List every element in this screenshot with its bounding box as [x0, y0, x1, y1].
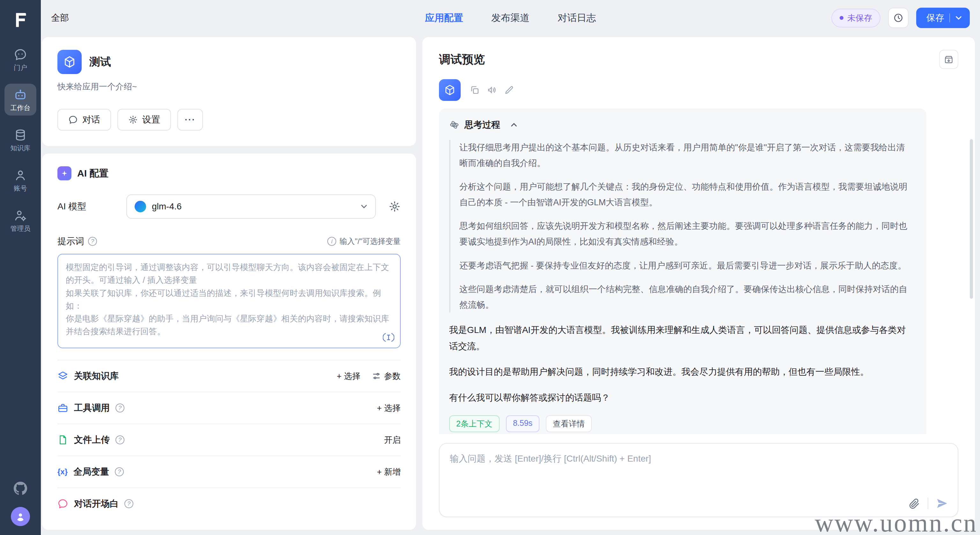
- settings-button[interactable]: 设置: [118, 109, 171, 131]
- sidebar-item-knowledge[interactable]: 知识库: [5, 124, 37, 156]
- knowledge-base-icon: [57, 371, 68, 382]
- message-badges: 2条上下文 8.59s 查看详情: [449, 415, 912, 432]
- tab-app-config[interactable]: 应用配置: [425, 11, 463, 25]
- prompt-input[interactable]: [57, 254, 401, 348]
- history-button[interactable]: [888, 8, 908, 28]
- edit-pencil-icon[interactable]: [504, 85, 514, 95]
- gear-icon: [128, 115, 138, 125]
- archive-icon: [943, 54, 954, 64]
- chevron-down-icon: [361, 203, 368, 210]
- preview-header: 调试预览: [439, 50, 958, 69]
- kb-params-button[interactable]: 参数: [372, 371, 401, 382]
- send-plane-icon: [936, 497, 948, 509]
- debug-preview-panel: 调试预览: [422, 37, 975, 530]
- thinking-paragraph: 这些问题考虑清楚后，就可以组织一个结构完整、信息准确的自我介绍了。要确保传达出核…: [460, 281, 912, 313]
- more-button[interactable]: ···: [177, 109, 203, 131]
- app-title: 测试: [89, 54, 111, 69]
- attachment-paperclip-icon[interactable]: [908, 497, 920, 509]
- ai-config-title: AI 配置: [77, 167, 108, 180]
- gear-icon: [388, 200, 401, 212]
- help-icon: ?: [124, 499, 134, 508]
- chat-input-box: [439, 443, 958, 517]
- content: 测试 快来给应用一个介绍~ 对话 设置 ···: [41, 36, 980, 535]
- section-opening-message: 对话开场白 ?: [57, 487, 401, 519]
- github-icon[interactable]: [13, 481, 27, 495]
- help-icon: ?: [116, 404, 124, 412]
- config-column: 测试 快来给应用一个介绍~ 对话 设置 ···: [42, 37, 416, 530]
- thinking-title: 思考过程: [465, 119, 500, 131]
- insert-variable-icon[interactable]: [383, 332, 394, 343]
- assistant-avatar: [439, 79, 461, 101]
- copy-icon[interactable]: [469, 85, 480, 95]
- chat-button-label: 对话: [82, 113, 100, 126]
- opening-chat-icon: [57, 498, 68, 509]
- breadcrumb-all[interactable]: 全部: [51, 12, 69, 24]
- prompt-row: 提示词 ? i 输入"/"可选择变量: [57, 235, 401, 248]
- app-head: 测试: [57, 50, 401, 74]
- portal-chat-icon: [14, 48, 27, 61]
- avatar[interactable]: [11, 507, 30, 526]
- tts-sound-icon[interactable]: [487, 85, 497, 95]
- scrollbar-thumb[interactable]: [970, 139, 973, 299]
- thinking-paragraph: 思考如何组织回答，应该先说明开发方和模型名称，然后阐述主要功能。要强调可以处理多…: [460, 218, 912, 249]
- view-details-button[interactable]: 查看详情: [546, 415, 592, 432]
- thinking-toggle[interactable]: 思考过程: [449, 119, 912, 131]
- section-tool-call: 工具调用 ? + 选择: [57, 392, 401, 423]
- robot-icon: [14, 88, 27, 102]
- sidebar-item-account[interactable]: 账号: [5, 164, 37, 196]
- info-icon: i: [327, 237, 336, 246]
- response-time-badge: 8.59s: [506, 415, 539, 432]
- app-logo[interactable]: [10, 9, 31, 30]
- clear-chat-button[interactable]: [939, 50, 958, 69]
- file-upload-toggle[interactable]: 开启: [384, 434, 401, 446]
- prompt-label-wrap: 提示词 ?: [57, 235, 97, 248]
- sidebar-item-portal[interactable]: 门户: [5, 43, 37, 75]
- chevron-down-icon: [955, 14, 962, 21]
- model-name: glm-4.6: [152, 201, 181, 212]
- variable-add-button[interactable]: + 新增: [377, 466, 401, 478]
- message-tools: [469, 85, 514, 95]
- tool-select-button[interactable]: + 选择: [377, 402, 401, 414]
- tab-chat-logs[interactable]: 对话日志: [558, 11, 596, 25]
- section-global-variables: {x} 全局变量 ? + 新增: [57, 455, 401, 487]
- status-badge: 未保存: [831, 9, 880, 27]
- app-cube-icon: [57, 50, 82, 74]
- sidebar-item-label: 账号: [14, 184, 27, 193]
- model-settings-button[interactable]: [388, 200, 401, 212]
- sidebar-item-label: 工作台: [11, 104, 30, 112]
- sidebar-bottom: [11, 481, 30, 535]
- input-divider: [928, 498, 928, 509]
- chat-button[interactable]: 对话: [57, 109, 111, 131]
- ai-config-icon: [57, 166, 72, 180]
- variable-braces-icon: {x}: [57, 467, 68, 476]
- assistant-message: 思考过程 让我仔细思考用户提出的这个基本问题。从历史对话来看，用户用简单的"你是…: [439, 79, 958, 434]
- status-dot-icon: [840, 16, 843, 20]
- section-title: 工具调用: [74, 402, 110, 414]
- section-title: 对话开场白: [74, 498, 119, 510]
- section-title: 关联知识库: [74, 370, 119, 382]
- answer-text: 我是GLM，由智谱AI开发的大语言模型。我被训练用来理解和生成人类语言，可以回答…: [449, 322, 912, 406]
- sidebar-item-workbench[interactable]: 工作台: [5, 84, 37, 115]
- model-select[interactable]: glm-4.6: [126, 195, 376, 219]
- context-count-badge[interactable]: 2条上下文: [449, 415, 500, 432]
- status-badge-label: 未保存: [847, 13, 872, 24]
- message-head: [439, 79, 958, 101]
- chat-bubble-icon: [68, 115, 78, 125]
- ai-config-card: AI 配置 AI 模型 glm-4.6: [42, 153, 416, 530]
- thinking-body: 让我仔细思考用户提出的这个基本问题。从历史对话来看，用户用简单的"你是谁"开启了…: [449, 140, 912, 313]
- section-title: 文件上传: [74, 434, 110, 446]
- send-button[interactable]: [936, 497, 948, 509]
- model-row: AI 模型 glm-4.6: [57, 195, 401, 219]
- sidebar-item-admin[interactable]: 管理员: [5, 204, 37, 236]
- kb-select-button[interactable]: + 选择: [337, 371, 361, 382]
- main-area: 全部 应用配置 发布渠道 对话日志 未保存 保存: [41, 0, 980, 535]
- tab-publish-channel[interactable]: 发布渠道: [491, 11, 530, 25]
- save-button-label: 保存: [926, 12, 944, 24]
- toolbox-icon: [57, 402, 68, 414]
- section-title: 全局变量: [73, 466, 109, 478]
- chat-input[interactable]: [439, 443, 958, 517]
- prompt-label: 提示词: [57, 235, 84, 248]
- ai-config-header: AI 配置: [57, 166, 401, 180]
- thinking-paragraph: 还要考虑语气把握 - 要保持专业但友好的态度，让用户感到可亲近。最后需要引导进一…: [460, 258, 912, 273]
- save-button[interactable]: 保存: [916, 8, 970, 28]
